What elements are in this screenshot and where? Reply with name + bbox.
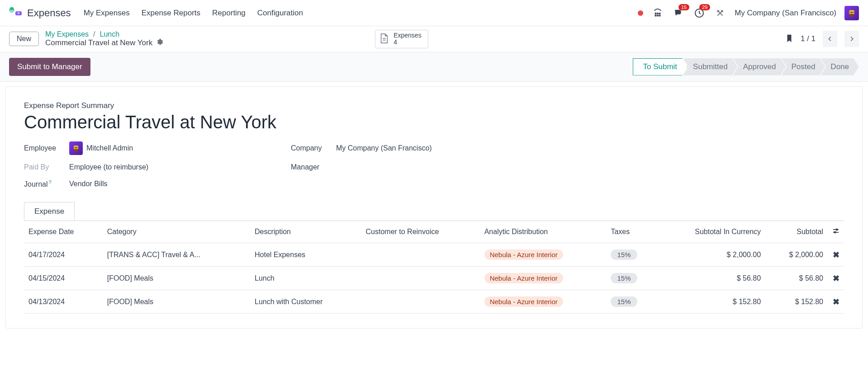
cell-category[interactable]: [FOOD] Meals	[103, 267, 250, 290]
nav-my-expenses[interactable]: My Expenses	[84, 9, 130, 18]
table-row[interactable]: 04/15/2024 [FOOD] Meals Lunch Nebula - A…	[24, 267, 844, 290]
analytic-chip[interactable]: Nebula - Azure Interior	[484, 249, 563, 260]
status-to-submit[interactable]: To Submit	[633, 58, 688, 75]
pager-next-button[interactable]	[844, 31, 859, 47]
cell-date[interactable]: 04/17/2024	[24, 243, 103, 267]
dialer-icon[interactable]	[651, 7, 664, 19]
action-bar: Submit to Manager To Submit Submitted Ap…	[0, 52, 868, 82]
status-submitted[interactable]: Submitted	[683, 58, 738, 75]
expenses-count: 4	[394, 39, 421, 46]
journal-value[interactable]: Vendor Bills	[69, 180, 108, 188]
user-avatar[interactable]	[844, 6, 859, 20]
svg-point-24	[836, 229, 837, 230]
col-customer[interactable]: Customer to Reinvoice	[361, 221, 480, 243]
activities-icon[interactable]: 29	[693, 7, 706, 19]
col-subtotal-currency[interactable]: Subtotal In Currency	[657, 221, 765, 243]
expenses-label: Expenses	[394, 32, 421, 39]
manager-label: Manager	[291, 163, 336, 171]
cell-customer[interactable]	[361, 290, 480, 314]
svg-point-21	[76, 147, 77, 148]
cell-customer[interactable]	[361, 243, 480, 267]
settings-gear-icon[interactable]	[156, 38, 163, 48]
tax-chip[interactable]: 15%	[611, 249, 637, 260]
help-icon[interactable]: ?	[48, 179, 51, 185]
cell-analytic[interactable]: Nebula - Azure Interior	[480, 243, 607, 267]
svg-point-20	[75, 147, 76, 148]
tax-chip[interactable]: 15%	[611, 273, 637, 283]
tab-expense[interactable]: Expense	[24, 202, 75, 221]
svg-rect-9	[659, 15, 660, 16]
cell-category[interactable]: [TRANS & ACC] Travel & A...	[103, 243, 250, 267]
delete-row-icon[interactable]: ✖	[833, 250, 840, 259]
cell-description[interactable]: Lunch with Customer	[250, 290, 361, 314]
status-approved[interactable]: Approved	[733, 58, 786, 75]
cell-date[interactable]: 04/13/2024	[24, 290, 103, 314]
columns-adjust-icon[interactable]	[832, 228, 840, 236]
company-selector[interactable]: My Company (San Francisco)	[735, 9, 836, 18]
pager-text[interactable]: 1 / 1	[801, 34, 816, 43]
cell-description[interactable]: Lunch	[250, 267, 361, 290]
nav-expense-reports[interactable]: Expense Reports	[142, 9, 200, 18]
cell-subtotal[interactable]: $ 152.80	[765, 290, 828, 314]
submit-to-manager-button[interactable]: Submit to Manager	[9, 58, 90, 76]
col-date[interactable]: Expense Date	[24, 221, 103, 243]
breadcrumb: My Expenses / Lunch Commercial Travel at…	[45, 30, 163, 48]
svg-rect-6	[659, 13, 660, 14]
nav-configuration[interactable]: Configuration	[257, 9, 303, 18]
breadcrumb-link-lunch[interactable]: Lunch	[100, 30, 120, 38]
cell-subtotal-currency[interactable]: $ 2,000.00	[657, 243, 765, 267]
breadcrumb-link-my-expenses[interactable]: My Expenses	[45, 30, 89, 38]
status-done[interactable]: Done	[821, 58, 859, 75]
cell-subtotal-currency[interactable]: $ 56.80	[657, 267, 765, 290]
col-description[interactable]: Description	[250, 221, 361, 243]
page-title[interactable]: Commercial Travel at New York	[24, 112, 844, 132]
col-analytic[interactable]: Analytic Distribution	[480, 221, 607, 243]
pager-prev-button[interactable]	[823, 31, 837, 47]
breadcrumb-title: Commercial Travel at New York	[45, 38, 152, 47]
tools-icon[interactable]	[714, 7, 726, 19]
svg-rect-7	[655, 15, 656, 16]
col-category[interactable]: Category	[103, 221, 250, 243]
breadcrumb-sep: /	[93, 30, 95, 38]
cell-date[interactable]: 04/15/2024	[24, 267, 103, 290]
cell-subtotal[interactable]: $ 56.80	[765, 267, 828, 290]
table-row[interactable]: 04/17/2024 [TRANS & ACC] Travel & A... H…	[24, 243, 844, 267]
col-subtotal[interactable]: Subtotal	[765, 221, 828, 243]
analytic-chip[interactable]: Nebula - Azure Interior	[484, 296, 563, 307]
cell-tax[interactable]: 15%	[606, 290, 657, 314]
pager-area: 1 / 1	[785, 31, 859, 47]
new-button[interactable]: New	[9, 32, 39, 46]
cell-category[interactable]: [FOOD] Meals	[103, 290, 250, 314]
cell-description[interactable]: Hotel Expenses	[250, 243, 361, 267]
bookmark-icon[interactable]	[785, 33, 793, 45]
document-icon	[379, 33, 389, 46]
employee-value[interactable]: Mitchell Admin	[69, 141, 133, 155]
cell-tax[interactable]: 15%	[606, 267, 657, 290]
company-value[interactable]: My Company (San Francisco)	[336, 144, 432, 152]
cell-customer[interactable]	[361, 267, 480, 290]
delete-row-icon[interactable]: ✖	[833, 297, 840, 306]
expenses-stat-button[interactable]: Expenses 4	[375, 30, 428, 48]
cell-analytic[interactable]: Nebula - Azure Interior	[480, 290, 607, 314]
form-sheet: Expense Report Summary Commercial Travel…	[5, 86, 863, 329]
messages-icon[interactable]: 15	[672, 7, 685, 19]
tax-chip[interactable]: 15%	[611, 296, 637, 307]
employee-avatar-icon	[69, 141, 83, 155]
table-row[interactable]: 04/13/2024 [FOOD] Meals Lunch with Custo…	[24, 290, 844, 314]
svg-point-13	[850, 12, 851, 13]
nav-reporting[interactable]: Reporting	[212, 9, 246, 18]
cell-subtotal[interactable]: $ 2,000.00	[765, 243, 828, 267]
app-title[interactable]: Expenses	[27, 7, 71, 19]
recording-indicator-icon	[638, 10, 643, 16]
col-taxes[interactable]: Taxes	[606, 221, 657, 243]
summary-label: Expense Report Summary	[24, 101, 844, 110]
cell-subtotal-currency[interactable]: $ 152.80	[657, 290, 765, 314]
cell-analytic[interactable]: Nebula - Azure Interior	[480, 267, 607, 290]
status-posted[interactable]: Posted	[781, 58, 825, 75]
info-grid: Employee Mitchell Admin Company My Compa…	[24, 141, 522, 188]
cell-tax[interactable]: 15%	[606, 243, 657, 267]
svg-rect-22	[74, 149, 78, 151]
delete-row-icon[interactable]: ✖	[833, 274, 840, 283]
paid-by-value[interactable]: Employee (to reimburse)	[69, 163, 148, 171]
analytic-chip[interactable]: Nebula - Azure Interior	[484, 273, 563, 283]
